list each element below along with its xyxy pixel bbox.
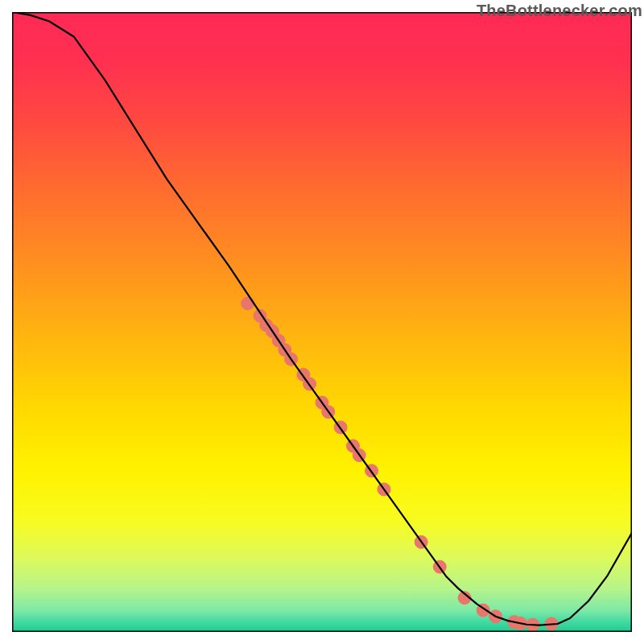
- data-marker: [242, 297, 254, 310]
- chart-background: [12, 12, 632, 632]
- bottleneck-chart: [12, 12, 632, 632]
- chart-container: TheBottlenecker.com: [0, 0, 644, 644]
- watermark-text: TheBottlenecker.com: [477, 2, 642, 20]
